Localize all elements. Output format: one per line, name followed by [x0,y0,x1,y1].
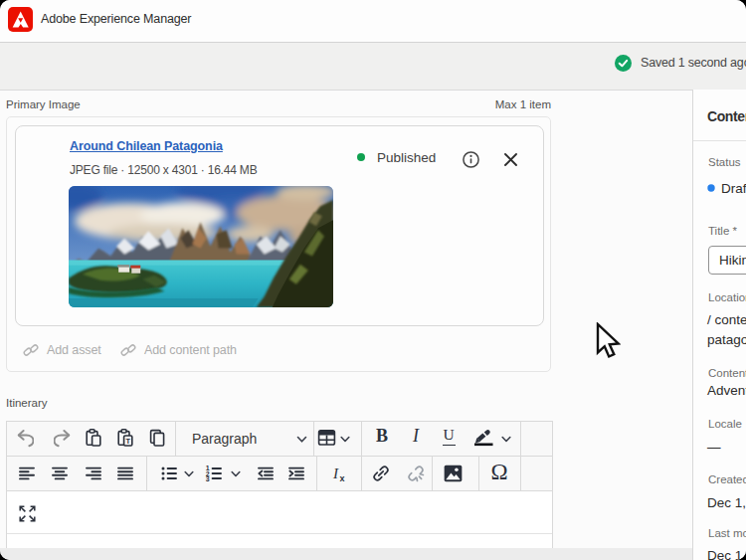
svg-text:T: T [126,437,131,446]
svg-text:I: I [332,466,339,481]
svg-text:x: x [340,473,345,483]
svg-text:3: 3 [206,475,210,482]
